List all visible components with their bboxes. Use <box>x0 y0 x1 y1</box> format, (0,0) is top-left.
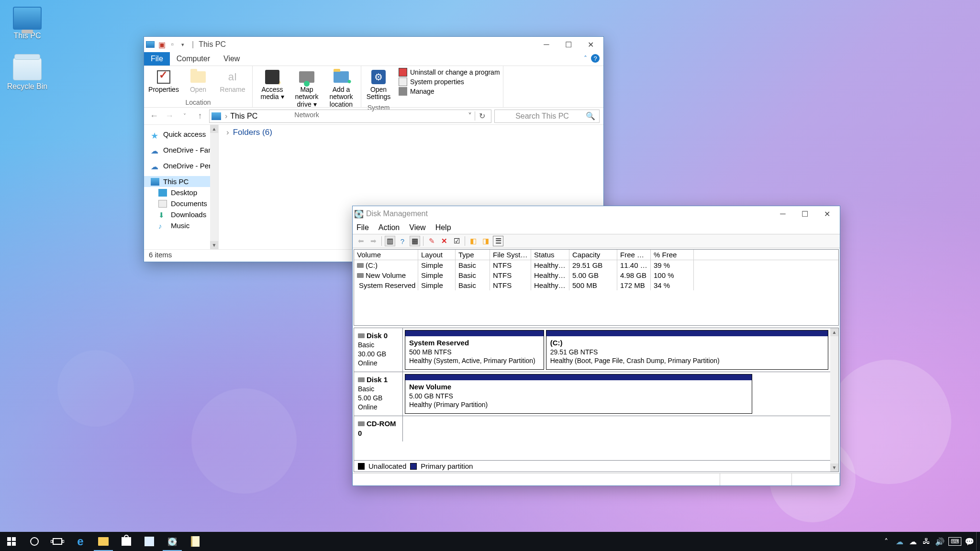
nav-documents[interactable]: Documents <box>144 198 218 209</box>
scroll-up-icon[interactable]: ▲ <box>210 125 218 133</box>
show-hide-icon[interactable]: ▥ <box>385 236 395 246</box>
forward-button[interactable]: → <box>163 110 176 122</box>
system-properties-button[interactable]: System properties <box>399 77 500 86</box>
tray-volume-icon[interactable]: 🔊 <box>933 532 947 551</box>
disk-row[interactable]: Disk 1Basic5.00 GBOnlineNew Volume5.00 G… <box>354 372 830 416</box>
col-type[interactable]: Type <box>456 250 490 260</box>
file-tab[interactable]: File <box>144 52 170 66</box>
close-button[interactable]: ✕ <box>816 206 838 221</box>
file-explorer-taskbar[interactable] <box>92 532 115 551</box>
nav-desktop[interactable]: Desktop <box>144 187 218 198</box>
add-network-location-button[interactable]: ●Add a network location <box>324 68 358 109</box>
col-volume[interactable]: Volume <box>354 250 418 260</box>
menu-help[interactable]: Help <box>435 223 451 232</box>
list-icon[interactable]: ☰ <box>493 236 503 246</box>
nav-downloads[interactable]: ⬇Downloads <box>144 209 218 220</box>
open-button[interactable]: Open <box>181 68 215 94</box>
qat-dropdown-icon[interactable]: ▾ <box>178 40 187 49</box>
settings-icon[interactable]: ✎ <box>426 236 437 246</box>
refresh-button[interactable]: ↻ <box>475 111 489 121</box>
disk-row[interactable]: Disk 0Basic30.00 GBOnlineSystem Reserved… <box>354 328 830 372</box>
col-freespace[interactable]: Free Spa... <box>617 250 651 260</box>
diskmgmt-titlebar[interactable]: 💽 Disk Management ─ ☐ ✕ <box>353 206 840 221</box>
show-desktop[interactable] <box>976 532 980 551</box>
menu-view[interactable]: View <box>409 223 425 232</box>
action-icon[interactable]: ◧ <box>468 236 479 246</box>
tray-weather-icon[interactable]: ☁ <box>893 532 906 551</box>
nav-music[interactable]: ♪Music <box>144 220 218 231</box>
sticky-notes-button[interactable] <box>138 532 161 551</box>
maximize-button[interactable]: ☐ <box>557 37 579 52</box>
view-tab[interactable]: View <box>217 52 246 66</box>
open-settings-button[interactable]: ⚙Open Settings <box>364 68 393 102</box>
minimize-button[interactable]: ─ <box>772 206 794 221</box>
manage-button[interactable]: Manage <box>399 87 500 96</box>
partition[interactable]: (C:)29.51 GB NTFSHealthy (Boot, Page Fil… <box>546 330 828 370</box>
scroll-down-icon[interactable]: ▼ <box>830 463 838 472</box>
qat-properties-icon[interactable]: ▣ <box>157 40 166 49</box>
back-icon[interactable]: ⬅ <box>356 236 366 246</box>
col-status[interactable]: Status <box>531 250 569 260</box>
nav-onedrive-personal[interactable]: ☁OneDrive - Person <box>144 160 218 171</box>
desktop-icon-this-pc[interactable]: This PC <box>6 7 49 40</box>
search-input[interactable]: Search This PC 🔍 <box>494 110 600 123</box>
explorer-titlebar[interactable]: ▣ ▫ ▾ | This PC ─ ☐ ✕ <box>144 37 603 52</box>
address-bar[interactable]: › This PC ˅ ↻ <box>209 110 491 123</box>
edge-button[interactable]: e <box>69 532 92 551</box>
cortana-button[interactable] <box>23 532 46 551</box>
refresh-icon[interactable]: ▦ <box>410 236 420 246</box>
collapse-ribbon-icon[interactable]: ˄ <box>584 55 587 62</box>
folders-group-header[interactable]: › Folders (6) <box>226 128 596 137</box>
col-filesystem[interactable]: File System <box>490 250 531 260</box>
nav-this-pc[interactable]: This PC <box>144 176 218 187</box>
back-button[interactable]: ← <box>148 110 160 122</box>
disk-management-taskbar[interactable]: 💽 <box>161 532 184 551</box>
task-view-button[interactable] <box>46 532 69 551</box>
graph-scrollbar[interactable]: ▲ ▼ <box>830 328 838 472</box>
store-button[interactable] <box>115 532 138 551</box>
close-button[interactable]: ✕ <box>579 37 601 52</box>
map-network-drive-button[interactable]: Map network drive ▾ <box>290 68 323 109</box>
minimize-button[interactable]: ─ <box>535 37 557 52</box>
menu-file[interactable]: File <box>356 223 369 232</box>
delete-icon[interactable]: ✕ <box>439 236 449 246</box>
help-icon[interactable]: ? <box>591 54 600 63</box>
volume-row[interactable]: New VolumeSimpleBasicNTFSHealthy (P...5.… <box>354 270 838 280</box>
scroll-up-icon[interactable]: ▲ <box>830 328 838 336</box>
menu-action[interactable]: Action <box>379 223 400 232</box>
rename-button[interactable]: aIRename <box>216 68 249 94</box>
recent-dropdown[interactable]: ˅ <box>178 110 191 122</box>
forward-icon[interactable]: ➡ <box>368 236 379 246</box>
col-capacity[interactable]: Capacity <box>569 250 617 260</box>
help-icon[interactable]: ? <box>397 236 408 246</box>
nav-onedrive-family[interactable]: ☁OneDrive - Family <box>144 144 218 155</box>
volume-row[interactable]: System ReservedSimpleBasicNTFSHealthy (S… <box>354 280 838 290</box>
start-button[interactable] <box>0 532 23 551</box>
desktop-icon-recycle-bin[interactable]: Recycle Bin <box>6 57 49 91</box>
disk-row[interactable]: CD-ROM 0 <box>354 416 830 441</box>
col-layout[interactable]: Layout <box>418 250 456 260</box>
partition[interactable]: System Reserved500 MB NTFSHealthy (Syste… <box>405 330 544 370</box>
address-dropdown-icon[interactable]: ˅ <box>465 111 475 121</box>
tray-keyboard-icon[interactable]: ⌨ <box>947 532 963 551</box>
notepad-button[interactable] <box>184 532 207 551</box>
nav-scrollbar[interactable]: ▲ ▼ <box>210 125 218 249</box>
col-pctfree[interactable]: % Free <box>651 250 694 260</box>
tray-overflow[interactable]: ˄ <box>880 532 893 551</box>
nav-quick-access[interactable]: ★Quick access <box>144 129 218 140</box>
action-center-button[interactable]: 💬 <box>963 532 976 551</box>
access-media-button[interactable]: ♪Access media ▾ <box>256 68 289 102</box>
uninstall-program-button[interactable]: Uninstall or change a program <box>399 68 500 77</box>
maximize-button[interactable]: ☐ <box>794 206 816 221</box>
properties-button[interactable]: Properties <box>147 68 180 94</box>
volume-row[interactable]: (C:)SimpleBasicNTFSHealthy (B...29.51 GB… <box>354 260 838 270</box>
computer-tab[interactable]: Computer <box>170 52 217 66</box>
up-button[interactable]: ↑ <box>194 110 206 122</box>
properties-icon[interactable]: ☑ <box>451 236 462 246</box>
tray-network-icon[interactable]: 🖧 <box>920 532 933 551</box>
tray-onedrive-icon[interactable]: ☁ <box>906 532 920 551</box>
qat-new-folder-icon[interactable]: ▫ <box>168 40 177 49</box>
scroll-down-icon[interactable]: ▼ <box>210 241 218 249</box>
action-icon[interactable]: ◨ <box>480 236 491 246</box>
partition[interactable]: New Volume5.00 GB NTFSHealthy (Primary P… <box>405 374 752 414</box>
